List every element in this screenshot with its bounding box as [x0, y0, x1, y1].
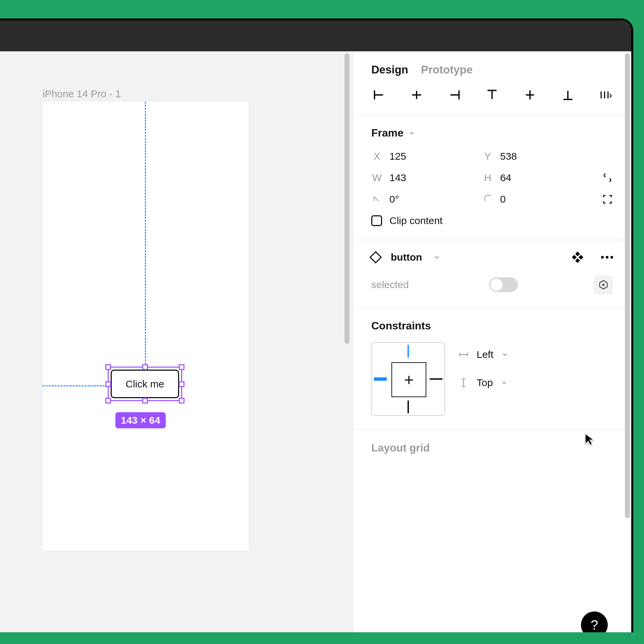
w-label: W	[371, 172, 383, 183]
frame-label[interactable]: iPhone 14 Pro - 1	[43, 88, 121, 100]
alignment-guide-horizontal	[43, 385, 108, 386]
chevron-down-icon	[408, 130, 415, 137]
property-label: selected	[371, 279, 409, 290]
constraint-vertical-select[interactable]: Top	[459, 377, 508, 388]
constraint-horizontal-select[interactable]: Left	[459, 349, 508, 360]
frame-section: Frame X 125 Y 538 W 143	[353, 115, 631, 240]
align-vcenter-icon[interactable]	[523, 89, 538, 101]
align-right-icon[interactable]	[447, 89, 462, 101]
canvas-scrollbar[interactable]	[344, 53, 350, 344]
frame-title-label: Frame	[371, 127, 404, 139]
h-label: H	[482, 172, 493, 183]
x-field[interactable]: X 125	[371, 151, 469, 162]
align-bottom-icon[interactable]	[560, 89, 575, 101]
constraint-bottom-indicator[interactable]	[408, 400, 409, 413]
tab-prototype[interactable]: Prototype	[421, 63, 473, 76]
alignment-controls	[353, 86, 631, 115]
constraints-title: Constraints	[371, 320, 613, 332]
frame-section-title[interactable]: Frame	[371, 127, 613, 139]
resize-handle-tl[interactable]	[105, 364, 111, 370]
constraint-top-indicator[interactable]	[408, 345, 409, 358]
independent-corners-icon[interactable]	[602, 194, 613, 205]
constraint-vertical-value: Top	[477, 377, 493, 388]
constraints-widget[interactable]: +	[371, 342, 445, 416]
component-icon	[370, 251, 382, 264]
component-name[interactable]: button	[391, 252, 422, 263]
clip-content-label: Clip content	[389, 215, 442, 226]
h-value: 64	[500, 172, 511, 183]
component-section: button selected	[353, 240, 631, 308]
selected-element[interactable]: Click me	[108, 367, 182, 401]
vertical-icon	[459, 378, 469, 388]
constraint-right-indicator[interactable]	[430, 378, 442, 380]
align-top-icon[interactable]	[485, 89, 500, 101]
w-value: 143	[389, 172, 406, 183]
y-label: Y	[482, 151, 493, 162]
constraint-center-icon[interactable]: +	[391, 362, 426, 397]
resize-handle-bl[interactable]	[105, 398, 111, 404]
layout-grid-section[interactable]: Layout grid	[353, 430, 631, 458]
y-field[interactable]: Y 538	[482, 151, 579, 162]
h-field[interactable]: H 64	[482, 172, 579, 183]
panel-scrollbar[interactable]	[625, 53, 630, 518]
chevron-down-icon	[501, 351, 508, 358]
constraint-left-indicator[interactable]	[374, 377, 387, 381]
link-dimensions-icon[interactable]	[602, 172, 613, 183]
tidy-up-icon[interactable]	[598, 89, 613, 101]
resize-handle-ml[interactable]	[105, 381, 111, 387]
dimension-badge: 143 × 64	[115, 412, 166, 428]
titlebar	[0, 20, 631, 51]
y-value: 538	[500, 151, 517, 162]
property-toggle[interactable]	[489, 277, 518, 292]
svg-point-16	[603, 284, 604, 285]
clip-content-checkbox[interactable]	[371, 215, 382, 226]
workarea: iPhone 14 Pro - 1 Click me 143 × 64	[0, 51, 631, 632]
align-hcenter-icon[interactable]	[409, 89, 424, 101]
chevron-down-icon	[501, 379, 507, 386]
resize-handle-mr[interactable]	[179, 381, 184, 387]
properties-panel: Design Prototype Frame X	[353, 51, 631, 632]
corner-radius-icon	[482, 194, 493, 205]
align-left-icon[interactable]	[371, 89, 386, 101]
w-field[interactable]: W 143	[371, 172, 469, 183]
x-value: 125	[389, 151, 406, 162]
app-window: iPhone 14 Pro - 1 Click me 143 × 64	[0, 18, 633, 632]
tab-design[interactable]: Design	[371, 63, 408, 76]
constraints-section: Constraints + Left	[353, 308, 631, 430]
alignment-guide-vertical	[145, 102, 146, 385]
resize-handle-bm[interactable]	[142, 398, 148, 404]
button-element[interactable]: Click me	[111, 370, 179, 398]
apply-variable-button[interactable]	[594, 275, 613, 294]
chevron-down-icon[interactable]	[433, 254, 440, 261]
rotation-field[interactable]: 0°	[371, 194, 469, 205]
constraint-horizontal-value: Left	[477, 349, 493, 360]
corner-radius-value: 0	[500, 194, 506, 205]
rotation-icon	[371, 194, 383, 205]
canvas[interactable]: iPhone 14 Pro - 1 Click me 143 × 64	[0, 51, 353, 632]
resize-handle-tr[interactable]	[179, 364, 184, 370]
x-label: X	[371, 151, 383, 162]
corner-radius-field[interactable]: 0	[482, 194, 579, 205]
horizontal-icon	[459, 350, 469, 360]
help-button[interactable]: ?	[581, 611, 608, 632]
resize-handle-tm[interactable]	[142, 364, 148, 370]
component-set-icon[interactable]	[573, 253, 582, 262]
more-options-icon[interactable]	[601, 256, 613, 259]
resize-handle-br[interactable]	[179, 398, 184, 404]
rotation-value: 0°	[389, 194, 399, 205]
